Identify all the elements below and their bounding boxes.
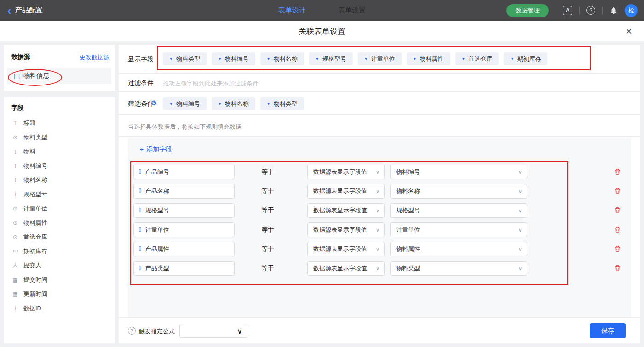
chevron-down-icon: ∨ [376, 227, 380, 233]
chevron-down-icon: ▼ [510, 57, 514, 61]
display-field-chip[interactable]: ▼规格型号 [309, 52, 353, 65]
select-field-icon: ⊙ [11, 220, 19, 226]
sidebar-field-material-type[interactable]: ⊙物料类型 [4, 130, 115, 144]
fields-panel: 字段 ⊤标题 ⊙物料类型 I物料 I物料编号 I物料名称 I规格型号 ⊙计量单位… [4, 97, 115, 343]
tab-form-design[interactable]: 表单设计 [278, 6, 306, 15]
mapping-row: I产品编号 等于 数据源表显示字段值∨ 物料编号∨ [128, 165, 631, 179]
sidebar-field-update-time[interactable]: ▦更新时间 [4, 287, 115, 301]
display-field-chip[interactable]: ▼物料名称 [260, 52, 304, 65]
modal-title: 关联表单设置 [299, 26, 345, 36]
source-type-select[interactable]: 数据源表显示字段值∨ [307, 203, 385, 218]
target-field-box[interactable]: I规格型号 [133, 203, 235, 218]
screen-field-chip[interactable]: ▼物料名称 [212, 97, 255, 110]
chevron-down-icon: ▼ [218, 102, 222, 106]
sidebar-field-material[interactable]: I物料 [4, 144, 115, 159]
source-type-select[interactable]: 数据源表显示字段值∨ [307, 242, 385, 256]
bell-icon[interactable] [610, 6, 618, 15]
chevron-down-icon: ▼ [364, 57, 368, 61]
select-field-icon: ⊙ [11, 234, 19, 240]
source-field-select[interactable]: 计量单位∨ [390, 222, 527, 237]
close-icon[interactable]: × [626, 26, 632, 37]
save-button[interactable]: 保存 [590, 323, 626, 338]
target-field-box[interactable]: I产品名称 [133, 184, 235, 199]
chip-label: 物料名称 [274, 55, 298, 63]
sidebar-field-unit[interactable]: ⊙计量单位 [4, 201, 115, 216]
delete-row-icon[interactable] [614, 206, 621, 214]
display-fields-row: 显示字段 ▼物料类型 ▼物料编号 ▼物料名称 ▼规格型号 ▼计量单位 ▼物料属性… [119, 45, 640, 74]
chip-label: 首选仓库 [468, 55, 492, 63]
chip-label: 期初库存 [517, 55, 541, 63]
sidebar-field-initial-stock[interactable]: 123期初库存 [4, 244, 115, 258]
tab-form-settings[interactable]: 表单设置 [338, 6, 366, 15]
target-field-box[interactable]: I产品编号 [133, 165, 235, 179]
topbar-left: ‹ 产品配置 [7, 0, 43, 21]
sidebar-field-material-name[interactable]: I物料名称 [4, 173, 115, 187]
source-field-value: 物料名称 [396, 187, 420, 195]
help-icon[interactable]: ? [586, 6, 595, 15]
chevron-down-icon: ∨ [518, 169, 522, 175]
source-type-select[interactable]: 数据源表显示字段值∨ [307, 165, 385, 179]
display-field-chip[interactable]: ▼期初库存 [504, 52, 547, 65]
help-circle-icon[interactable]: ? [128, 327, 136, 335]
datasource-item[interactable]: ▤ 物料信息 [7, 68, 111, 84]
chevron-down-icon: ▼ [267, 102, 270, 106]
sidebar-field-submit-time[interactable]: ▦提交时间 [4, 273, 115, 287]
mapping-area: +添加字段 I产品编号 等于 数据源表显示字段值∨ 物料编号∨ I产品名称 等于… [128, 138, 631, 317]
source-type-value: 数据源表显示字段值 [313, 187, 367, 195]
text-field-icon: I [139, 168, 141, 176]
source-type-select[interactable]: 数据源表显示字段值∨ [307, 184, 385, 199]
source-field-value: 规格型号 [396, 206, 420, 215]
add-field-link[interactable]: +添加字段 [140, 145, 172, 154]
source-type-value: 数据源表显示字段值 [313, 245, 367, 253]
target-field-box[interactable]: I产品属性 [133, 242, 235, 256]
display-fields-label: 显示字段 [128, 55, 154, 63]
source-field-select[interactable]: 物料编号∨ [390, 165, 527, 179]
sidebar-field-material-code[interactable]: I物料编号 [4, 159, 115, 173]
display-field-chip[interactable]: ▼物料类型 [163, 52, 207, 65]
screen-field-chip[interactable]: ▼物料类型 [260, 97, 304, 110]
text-field-icon: I [11, 148, 19, 155]
data-manage-button[interactable]: 数据管理 [506, 4, 549, 17]
display-fields-chips: ▼物料类型 ▼物料编号 ▼物料名称 ▼规格型号 ▼计量单位 ▼物料属性 ▼首选仓… [163, 52, 547, 65]
delete-row-icon[interactable] [614, 264, 621, 272]
display-field-chip[interactable]: ▼首选仓库 [455, 52, 499, 65]
text-field-icon: I [139, 207, 141, 214]
target-field-box[interactable]: I计量单位 [133, 222, 235, 237]
sidebar-field-spec-model[interactable]: I规格型号 [4, 187, 115, 201]
mapping-row: I产品类型 等于 数据源表显示字段值∨ 物料类型∨ [128, 261, 631, 276]
sidebar-field-submitter[interactable]: 人提交人 [4, 258, 115, 273]
sidebar-field-title[interactable]: ⊤标题 [4, 116, 115, 130]
source-type-select[interactable]: 数据源表显示字段值∨ [307, 261, 385, 276]
sidebar-field-warehouse[interactable]: ⊙首选仓库 [4, 230, 115, 244]
avatar[interactable]: 检 [625, 4, 638, 17]
screen-row: 筛选条件 ⚙ ▼物料编号 ▼物料名称 ▼物料类型 [119, 92, 640, 115]
operator-label: 等于 [261, 206, 282, 215]
chip-label: 物料编号 [225, 55, 249, 63]
delete-row-icon[interactable] [614, 168, 621, 176]
display-field-chip[interactable]: ▼物料编号 [212, 52, 255, 65]
delete-row-icon[interactable] [614, 187, 621, 195]
delete-row-icon[interactable] [614, 226, 621, 233]
field-label: 物料 [23, 148, 35, 156]
sidebar-field-material-attr[interactable]: ⊙物料属性 [4, 216, 115, 230]
target-field-box[interactable]: I产品类型 [133, 261, 235, 276]
display-field-chip[interactable]: ▼计量单位 [358, 52, 402, 65]
translate-icon[interactable]: A [563, 6, 572, 15]
trigger-formula-select[interactable]: ∨ [179, 324, 247, 338]
target-field-label: 产品名称 [145, 187, 169, 195]
back-icon[interactable]: ‹ [7, 1, 12, 20]
delete-row-icon[interactable] [614, 245, 621, 253]
change-datasource-link[interactable]: 更改数据源 [80, 53, 109, 62]
source-field-select[interactable]: 物料属性∨ [390, 242, 527, 256]
source-field-select[interactable]: 物料名称∨ [390, 184, 527, 199]
screen-field-chip[interactable]: ▼物料编号 [163, 97, 207, 110]
gear-icon[interactable]: ⚙ [151, 99, 157, 107]
source-field-select[interactable]: 物料类型∨ [390, 261, 527, 276]
field-label: 标题 [23, 119, 35, 127]
display-field-chip[interactable]: ▼物料属性 [407, 52, 450, 65]
filter-dropzone-placeholder[interactable]: 拖动左侧字段到此处来添加过滤条件 [163, 80, 259, 88]
page-title[interactable]: 产品配置 [15, 6, 43, 15]
sidebar-field-data-id[interactable]: I数据ID [4, 301, 115, 315]
source-type-select[interactable]: 数据源表显示字段值∨ [307, 222, 385, 237]
source-field-select[interactable]: 规格型号∨ [390, 203, 527, 218]
